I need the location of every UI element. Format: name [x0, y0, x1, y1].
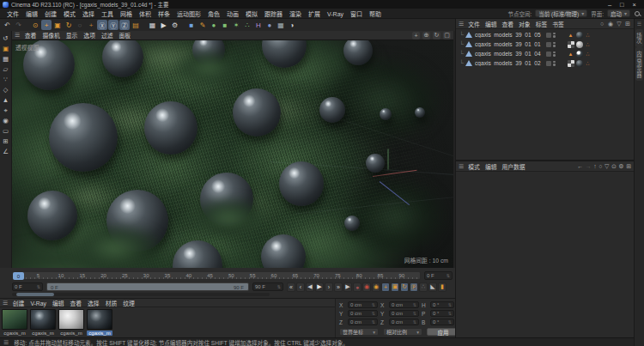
spinner-arrows-icon[interactable]: ⇅ — [372, 302, 375, 307]
size-field[interactable]: 0 cm⇅ — [389, 319, 419, 325]
deformer-icon[interactable]: ✶ — [231, 20, 241, 30]
coord-system-icon[interactable]: ▤ — [131, 20, 141, 30]
maximize-button[interactable]: □ — [620, 1, 624, 9]
spinner-arrows-icon[interactable]: ⇅ — [448, 319, 452, 325]
viewport-menu-item[interactable]: 过滤 — [98, 33, 116, 39]
material-menu-item[interactable]: 纹理 — [120, 300, 138, 307]
timeline-ruler[interactable]: 0510152025303540455055606570758085900 — [12, 271, 421, 280]
add-panel-icon[interactable]: ⊞ — [626, 163, 631, 170]
menu-item[interactable]: 文件 — [3, 11, 22, 17]
layer-toggle[interactable] — [546, 42, 551, 47]
next-frame-button[interactable]: › — [325, 282, 333, 292]
spinner-arrows-icon[interactable]: ⇅ — [413, 319, 416, 325]
menu-item[interactable]: 体积 — [136, 11, 155, 17]
autokey-button[interactable]: ◣ — [428, 282, 437, 292]
panel-menu-icon[interactable]: ☰ — [15, 32, 20, 39]
scale-icon[interactable]: ▣ — [52, 20, 63, 30]
rotation-field[interactable]: 0 °⇅ — [430, 319, 454, 325]
last-tool-icon[interactable]: ○ — [75, 20, 85, 30]
tex-light-tag-icon[interactable] — [576, 41, 583, 48]
record-scale-button[interactable]: ▣ — [391, 282, 399, 292]
record-pla-button[interactable]: ∴ — [419, 282, 428, 292]
material-item[interactable]: cgaxis_m — [58, 309, 84, 336]
size-mode-select[interactable]: 相对比例▾ — [383, 328, 422, 336]
simulate-icon[interactable]: ▦ — [276, 20, 286, 30]
menu-item[interactable]: 帮助 — [366, 11, 385, 17]
filter-icon[interactable]: ▽ — [605, 163, 609, 170]
material-thumbnail-light-matte[interactable] — [58, 309, 84, 330]
visibility-dots[interactable] — [553, 33, 556, 38]
make-editable-icon[interactable]: ↺ — [1, 33, 10, 43]
tex-dark-tag-icon[interactable] — [576, 32, 583, 39]
object-manager-menu-item[interactable]: 文件 — [465, 21, 483, 27]
object-manager-menu-item[interactable]: 编辑 — [483, 21, 500, 27]
spinner-arrows-icon[interactable]: ⇅ — [372, 311, 375, 316]
enable-snap-icon[interactable]: ◉ — [1, 116, 10, 125]
material-thumbnail-dark-matte[interactable] — [87, 309, 112, 330]
current-frame-spinner[interactable]: 0 F⇅ — [424, 271, 453, 280]
range-end-spinner[interactable]: 90 F⇅ — [252, 282, 283, 291]
tex-highlight-tag-icon[interactable] — [576, 51, 583, 58]
phong-tag-icon[interactable]: ▲ — [568, 51, 574, 58]
zoom-view-icon[interactable]: ⊕ — [422, 32, 430, 39]
subdivision-surface-icon[interactable]: ● — [209, 20, 219, 30]
volume-icon[interactable]: ● — [264, 20, 275, 30]
up-icon[interactable]: ↑ — [593, 163, 597, 170]
eye-icon[interactable]: ◉ — [607, 21, 614, 27]
layer-toggle[interactable] — [546, 61, 551, 66]
viewport-menu-item[interactable]: 摄像机 — [39, 33, 63, 39]
camera-light-icon[interactable]: ◑ — [287, 20, 297, 30]
lock-z-icon[interactable]: Ⓩ — [119, 20, 130, 30]
object-row[interactable]: └cgaxis_models_39_01_02∴ — [456, 58, 634, 68]
search-icon[interactable]: ○ — [598, 163, 602, 170]
object-manager-menu-item[interactable]: 对象 — [516, 21, 533, 27]
locked-workplane-icon[interactable]: ⊞ — [1, 137, 10, 146]
object-manager-menu-item[interactable]: 查看 — [499, 21, 516, 27]
spinner-arrows-icon[interactable]: ⇅ — [37, 284, 40, 289]
pan-view-icon[interactable]: + — [412, 32, 420, 39]
spinner-arrows-icon[interactable]: ⇅ — [277, 284, 281, 289]
uvw-tag-icon[interactable] — [568, 41, 574, 48]
selection-tag-icon[interactable]: ∴ — [585, 60, 592, 67]
render-picture-viewer-icon[interactable]: ▶ — [159, 20, 169, 30]
texture-mode-icon[interactable]: ▦ — [1, 54, 10, 64]
next-key-button[interactable]: » — [334, 282, 343, 292]
live-selection-icon[interactable]: ⊙ — [30, 20, 40, 30]
selection-tag-icon[interactable]: ∴ — [585, 32, 592, 39]
record-position-button[interactable]: + — [381, 282, 390, 292]
timeline-scrollbar[interactable] — [12, 293, 270, 296]
material-menu-item[interactable]: 查看 — [67, 300, 85, 307]
polygons-mode-icon[interactable]: ▲ — [1, 95, 10, 105]
menu-item[interactable]: 角色 — [204, 11, 223, 17]
primitive-cube-icon[interactable]: ■ — [186, 20, 197, 30]
edges-mode-icon[interactable]: ◇ — [1, 85, 10, 94]
material-item[interactable]: cgaxis_m — [2, 309, 27, 336]
material-menu-item[interactable]: 创建 — [9, 300, 27, 307]
spinner-arrows-icon[interactable]: ⇅ — [448, 302, 452, 307]
material-thumbnail-dark-glossy[interactable] — [30, 309, 56, 330]
interface-select[interactable]: 启动▾ — [607, 9, 630, 17]
rotate-icon[interactable]: ↻ — [64, 20, 74, 30]
material-menu-item[interactable]: 编辑 — [49, 300, 67, 307]
frame-range-slider[interactable]: 0 F 90 F — [46, 282, 249, 291]
menu-item[interactable]: 动画 — [223, 11, 242, 17]
menu-item[interactable]: 扩展 — [305, 11, 324, 17]
layer-toggle[interactable] — [546, 52, 551, 57]
panel-menu-icon[interactable]: ☰ — [459, 163, 464, 170]
model-mode-icon[interactable]: ▣ — [1, 44, 10, 53]
size-field[interactable]: 0 cm⇅ — [389, 301, 419, 308]
material-thumbnail-tree[interactable] — [2, 309, 27, 330]
playhead[interactable]: 0 — [13, 272, 24, 280]
points-mode-icon[interactable]: ∵ — [1, 75, 10, 84]
filter-icon[interactable]: ▽ — [616, 21, 623, 27]
spinner-arrows-icon[interactable]: ⇅ — [413, 311, 416, 316]
rotate-view-icon[interactable]: ↻ — [433, 32, 440, 39]
menu-item[interactable]: V-Ray — [324, 11, 347, 17]
record-active-objects-button[interactable]: ● — [353, 282, 361, 292]
spinner-arrows-icon[interactable]: ⇅ — [413, 302, 416, 307]
undo-icon[interactable]: ↶ — [3, 20, 13, 30]
menu-item[interactable]: 编辑 — [22, 11, 41, 17]
phong-tag-icon[interactable]: ▲ — [568, 32, 574, 39]
settings-icon[interactable]: ⚙ — [618, 163, 623, 170]
spinner-arrows-icon[interactable]: ⇅ — [447, 273, 450, 278]
